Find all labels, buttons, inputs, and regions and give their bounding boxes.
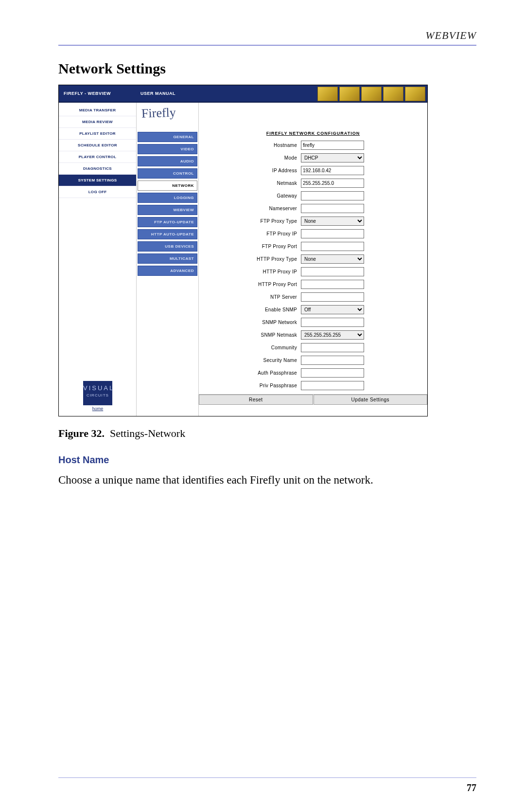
form-label: SNMP Network bbox=[199, 320, 301, 325]
left-nav-item[interactable]: PLAYER CONTROL bbox=[59, 151, 136, 163]
top-bar-left: FIREFLY - WEBVIEW bbox=[59, 85, 137, 102]
left-nav-item[interactable]: SYSTEM SETTINGS bbox=[59, 175, 136, 186]
sub-nav-item[interactable]: HTTP AUTO-UPDATE bbox=[138, 229, 197, 239]
form-row: Security Name bbox=[199, 356, 427, 365]
form-label: Priv Passphrase bbox=[199, 383, 301, 388]
left-nav-item[interactable]: MEDIA REVIEW bbox=[59, 116, 136, 128]
form-input[interactable] bbox=[301, 267, 364, 276]
banner-tile bbox=[361, 87, 382, 101]
form-select[interactable]: DHCP bbox=[301, 153, 364, 162]
form-select[interactable]: None bbox=[301, 254, 364, 264]
form-rows: HostnameModeDHCPIP AddressNetmaskGateway… bbox=[199, 141, 427, 390]
left-nav: MEDIA TRANSFERMEDIA REVIEWPLAYLIST EDITO… bbox=[59, 103, 137, 416]
update-settings-button[interactable]: Update Settings bbox=[314, 395, 428, 405]
header-rule bbox=[58, 45, 476, 46]
form-label: Community bbox=[199, 345, 301, 350]
form-label: HTTP Proxy Port bbox=[199, 282, 301, 287]
form-input[interactable] bbox=[301, 204, 364, 213]
form-input[interactable] bbox=[301, 356, 364, 365]
caption-prefix: Figure 32. bbox=[58, 427, 105, 439]
form-row: FTP Proxy IP bbox=[199, 229, 427, 238]
page-number: 77 bbox=[467, 782, 476, 794]
header-label: WEBVIEW bbox=[58, 29, 476, 42]
sub-nav-item[interactable]: CONTROL bbox=[138, 168, 197, 179]
form-select[interactable]: Off bbox=[301, 305, 364, 314]
sub-nav-item[interactable]: LOGGING bbox=[138, 193, 197, 203]
visual-circuits-logo[interactable]: VISUAL CIRCUITS home bbox=[83, 381, 112, 411]
banner-tile bbox=[383, 87, 403, 101]
left-nav-item[interactable]: LOG OFF bbox=[59, 186, 136, 198]
form-input[interactable] bbox=[301, 191, 364, 200]
form-row: SNMP Netmask255.255.255.255 bbox=[199, 330, 427, 340]
form-input[interactable] bbox=[301, 381, 364, 390]
top-bar: FIREFLY - WEBVIEW USER MANUAL bbox=[59, 85, 427, 103]
top-bar-mid: USER MANUAL bbox=[137, 85, 199, 102]
form-row: HTTP Proxy TypeNone bbox=[199, 254, 427, 264]
form-row: Nameserver bbox=[199, 204, 427, 213]
figure-caption: Figure 32. Settings-Network bbox=[58, 427, 476, 440]
sub-nav-item[interactable]: AUDIO bbox=[138, 156, 197, 166]
left-nav-item[interactable]: SCHEDULE EDITOR bbox=[59, 140, 136, 151]
form-input[interactable] bbox=[301, 292, 364, 302]
sub-nav-item[interactable]: ADVANCED bbox=[138, 266, 197, 276]
form-input[interactable] bbox=[301, 318, 364, 327]
form-label: FTP Proxy IP bbox=[199, 231, 301, 236]
left-nav-item[interactable]: DIAGNOSTICS bbox=[59, 163, 136, 175]
sub-nav-item[interactable]: USB DEVICES bbox=[138, 241, 197, 252]
vc-line2: CIRCUITS bbox=[83, 393, 112, 398]
form-row: FTP Proxy TypeNone bbox=[199, 217, 427, 226]
form-label: Nameserver bbox=[199, 206, 301, 211]
footer-rule bbox=[58, 777, 476, 778]
form-row: Enable SNMPOff bbox=[199, 305, 427, 314]
banner-tile bbox=[405, 87, 425, 101]
form-input[interactable] bbox=[301, 368, 364, 378]
form-row: Hostname bbox=[199, 141, 427, 150]
sub-nav-item[interactable]: GENERAL bbox=[138, 132, 197, 142]
sub-nav-item[interactable]: WEBVIEW bbox=[138, 205, 197, 215]
banner-tile bbox=[339, 87, 360, 101]
form-row: ModeDHCP bbox=[199, 153, 427, 162]
form-select[interactable]: None bbox=[301, 217, 364, 226]
form-label: Security Name bbox=[199, 358, 301, 363]
sub-nav-item[interactable]: FTP AUTO-UPDATE bbox=[138, 217, 197, 227]
screenshot-frame: FIREFLY - WEBVIEW USER MANUAL MEDIA TRAN… bbox=[58, 85, 428, 416]
form-row: Community bbox=[199, 343, 427, 352]
form-input[interactable] bbox=[301, 280, 364, 289]
form-row: Netmask bbox=[199, 179, 427, 188]
form-row: IP Address bbox=[199, 166, 427, 175]
form-row: Gateway bbox=[199, 191, 427, 200]
left-nav-item[interactable]: PLAYLIST EDITOR bbox=[59, 128, 136, 140]
firefly-logo: Firefly bbox=[140, 105, 196, 121]
caption-text: Settings-Network bbox=[110, 427, 185, 439]
form-label: SNMP Netmask bbox=[199, 332, 301, 338]
form-label: FTP Proxy Port bbox=[199, 244, 301, 249]
form-label: HTTP Proxy IP bbox=[199, 269, 301, 274]
form-row: HTTP Proxy Port bbox=[199, 280, 427, 289]
form-input[interactable] bbox=[301, 141, 364, 150]
form-row: SNMP Network bbox=[199, 318, 427, 327]
form-input[interactable] bbox=[301, 166, 364, 175]
left-nav-item[interactable]: MEDIA TRANSFER bbox=[59, 105, 136, 116]
form-area: FIREFLY NETWORK CONFIGURATION HostnameMo… bbox=[199, 103, 427, 416]
form-input[interactable] bbox=[301, 179, 364, 188]
form-label: NTP Server bbox=[199, 294, 301, 300]
form-row: FTP Proxy Port bbox=[199, 242, 427, 251]
banner-tile bbox=[317, 87, 338, 101]
form-select[interactable]: 255.255.255.255 bbox=[301, 330, 364, 340]
form-input[interactable] bbox=[301, 343, 364, 352]
mid-column: Firefly GENERALVIDEOAUDIOCONTROLNETWORKL… bbox=[137, 103, 199, 416]
reset-button[interactable]: Reset bbox=[199, 395, 313, 405]
vc-logo-box: VISUAL CIRCUITS bbox=[83, 381, 112, 405]
vc-home-link[interactable]: home bbox=[83, 406, 112, 411]
sub-nav-item[interactable]: VIDEO bbox=[138, 144, 197, 154]
form-title: FIREFLY NETWORK CONFIGURATION bbox=[199, 131, 427, 136]
form-label: Mode bbox=[199, 155, 301, 161]
form-label: Hostname bbox=[199, 143, 301, 148]
sub-nav: GENERALVIDEOAUDIOCONTROLNETWORKLOGGINGWE… bbox=[137, 131, 198, 279]
form-input[interactable] bbox=[301, 229, 364, 238]
form-row: Auth Passphrase bbox=[199, 368, 427, 378]
sub-nav-item[interactable]: MULTICAST bbox=[138, 253, 197, 264]
form-label: FTP Proxy Type bbox=[199, 218, 301, 224]
form-input[interactable] bbox=[301, 242, 364, 251]
sub-nav-item[interactable]: NETWORK bbox=[138, 180, 197, 191]
